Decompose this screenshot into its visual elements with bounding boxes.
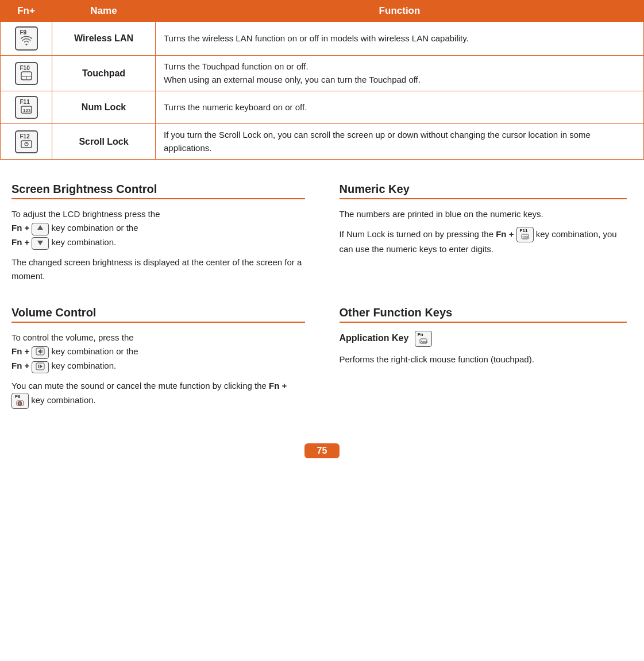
svg-text:App: App <box>421 340 427 343</box>
table-header-name: Name <box>52 1 156 22</box>
sections-grid: Screen Brightness Control To adjust the … <box>0 177 644 426</box>
key-cell-f10: F10 <box>1 56 52 91</box>
other-function-keys-title: Other Function Keys <box>340 306 627 323</box>
volume-control-section: Volume Control To control the volume, pr… <box>6 300 322 426</box>
screen-brightness-title: Screen Brightness Control <box>11 183 305 199</box>
name-cell-num-lock: Num Lock <box>52 91 156 124</box>
table-row: F11 123 Num Lock Turns the numeric keybo… <box>1 91 644 124</box>
func-cell-wireless-lan: Turns the wireless LAN function on or of… <box>156 22 644 56</box>
table-header-function: Function <box>156 1 644 22</box>
table-row: F10 Touchpad Turns the Touchpad function… <box>1 56 644 91</box>
svg-marker-9 <box>37 241 43 245</box>
volume-control-title: Volume Control <box>11 306 305 323</box>
key-btn-f10: F10 <box>15 62 38 85</box>
svg-text:123: 123 <box>23 108 31 113</box>
table-header-fn: Fn+ <box>1 1 52 22</box>
numeric-key-section: Numeric Key The numbers are printed in b… <box>322 177 639 300</box>
table-row: F12 Scroll Lock If you turn the Scroll L… <box>1 124 644 160</box>
numeric-key-title: Numeric Key <box>340 183 627 199</box>
numeric-key-body: The numbers are printed in blue on the n… <box>340 207 627 256</box>
application-key-subtitle: Application Key Fn App <box>340 333 432 343</box>
name-cell-scroll-lock: Scroll Lock <box>52 124 156 160</box>
other-function-keys-body: Application Key Fn App Performs the righ… <box>340 331 627 366</box>
func-cell-touchpad: Turns the Touchpad function on or off. W… <box>156 56 644 91</box>
page-number-wrap: 75 <box>0 443 644 458</box>
svg-rect-7 <box>25 142 27 144</box>
svg-text:123: 123 <box>522 235 529 239</box>
key-cell-f9: F9 <box>1 22 52 56</box>
other-function-keys-section: Other Function Keys Application Key Fn A… <box>322 300 639 426</box>
table-row: F9 Wireless LAN Turns the wireless LAN f… <box>1 22 644 56</box>
key-cell-f11: F11 123 <box>1 91 52 124</box>
screen-brightness-body: To adjust the LCD brightness press the F… <box>11 207 305 283</box>
svg-text:🔇: 🔇 <box>17 401 22 406</box>
key-btn-f11: F11 123 <box>15 96 38 119</box>
function-table: Fn+ Name Function F9 <box>0 0 644 160</box>
key-cell-f12: F12 <box>1 124 52 160</box>
name-cell-touchpad: Touchpad <box>52 56 156 91</box>
screen-brightness-section: Screen Brightness Control To adjust the … <box>6 177 322 300</box>
svg-marker-8 <box>37 225 43 230</box>
svg-marker-13 <box>38 349 41 354</box>
key-btn-f12: F12 <box>15 130 38 153</box>
volume-control-body: To control the volume, press the Fn + ke… <box>11 331 305 408</box>
func-cell-scroll-lock: If you turn the Scroll Lock on, you can … <box>156 124 644 160</box>
name-cell-wireless-lan: Wireless LAN <box>52 22 156 56</box>
key-btn-f9: F9 <box>15 26 38 51</box>
page-number: 75 <box>304 443 340 458</box>
svg-rect-5 <box>21 141 32 148</box>
svg-marker-16 <box>40 364 43 369</box>
func-cell-num-lock: Turns the numeric keyboard on or off. <box>156 91 644 124</box>
